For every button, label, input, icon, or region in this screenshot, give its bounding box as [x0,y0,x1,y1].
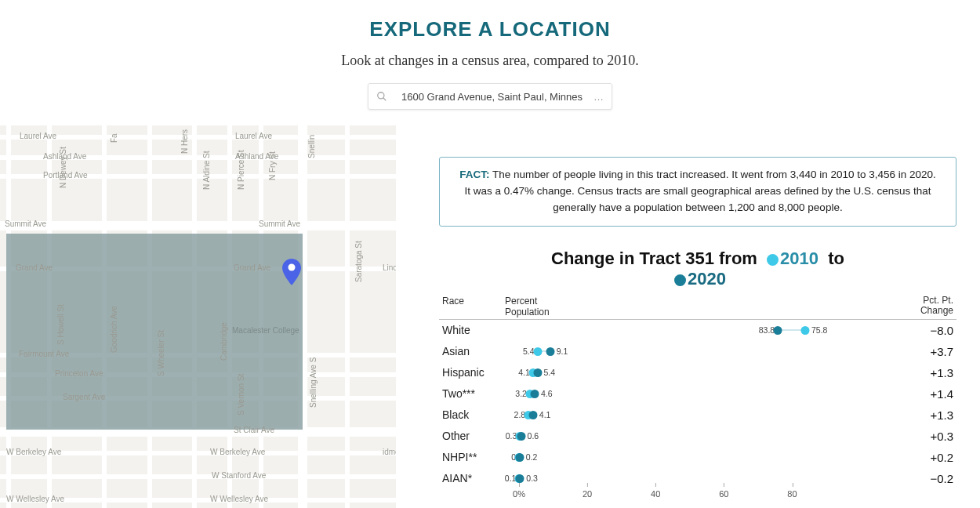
page-subtitle: Look at changes in a census area, compar… [0,53,980,69]
street-label: Fairmount Ave [19,350,69,358]
point-2020 [533,368,542,377]
value-2020: 4.6 [541,389,553,398]
race-label: Asian [439,345,505,357]
race-label: Two*** [439,387,505,400]
street-label: Summit Ave [5,220,46,228]
value-2010: 83.8 [759,325,775,335]
col-header-race: Race [439,296,505,318]
page-title: EXPLORE A LOCATION [0,17,980,42]
race-label: Other [439,430,505,442]
street-label: W Berkeley Ave [210,448,265,456]
chart-row: NHPI** 0 0.2 +0.2 [439,447,956,468]
point-2010 [800,326,809,335]
street-label: S Vernon St [237,374,245,415]
axis-tick: 40 [651,489,660,499]
value-2020: 75.8 [811,325,827,335]
race-label: NHPI** [439,451,505,463]
street-label: Princeton Ave [55,369,103,378]
point-2010 [533,347,542,356]
pct-pt-change: +1.3 [906,408,956,422]
street-label: N Pierce St [237,150,245,190]
col-header-change: Pct. Pt. Change [906,296,956,318]
street-label: Laurel Ave [20,132,56,140]
row-plot: 3.2 4.6 [505,383,834,405]
pct-pt-change: +1.3 [906,366,956,379]
map[interactable]: Laurel Ave Laurel Ave Ashland Ave Ashlan… [0,125,396,508]
chart-row: Two*** 3.2 4.6 +1.4 [439,383,956,405]
axis-tick: 0% [513,489,525,499]
street-label: W Stanford Ave [212,471,266,480]
street-label: N Aldine St [202,151,211,190]
pct-pt-change: +3.7 [906,345,956,358]
street-label: Snelling Ave S [309,357,318,408]
chart-row: Asian 5.4 9.1 +3.7 [439,341,956,362]
point-2020 [774,326,782,335]
street-label: Saratoga St [354,241,363,282]
point-2020 [531,390,539,398]
value-2020: 9.1 [557,347,568,356]
street-label: W Wellesley Ave [210,495,268,503]
race-label: Hispanic [439,366,505,379]
street-label: N Fry St [268,151,277,180]
fact-box: FACT: The number of people living in thi… [439,157,956,227]
row-plot: 2.8 4.1 [505,405,834,426]
race-label: White [439,324,505,336]
col-header-pct: Percent Population [505,296,834,318]
street-label: Grand Ave [234,263,270,272]
svg-point-2 [289,264,296,271]
map-pin-icon[interactable] [282,259,301,285]
street-label: W Wellesley Ave [6,495,64,503]
poi-label: Macalester College [232,326,299,335]
axis-tick: 80 [787,489,797,499]
race-label: AIAN* [439,472,505,484]
row-plot: 0.1 0.3 [505,468,834,489]
value-2020: 4.1 [539,410,551,419]
svg-point-0 [378,93,384,99]
chart-row: AIAN* 0.1 0.3 −0.2 [439,468,956,489]
street-label: idmers [383,448,396,456]
svg-line-1 [383,98,387,101]
pct-pt-change: −8.0 [906,324,956,337]
value-2020: 5.4 [544,368,556,377]
row-plot: 5.4 9.1 [505,341,834,362]
race-change-chart: Race Percent Population Pct. Pt. Change … [439,296,956,508]
fact-label: FACT: [459,169,489,180]
point-2020 [516,474,524,483]
street-label: S Howell St [56,304,65,345]
street-label: Snellin [307,135,316,158]
row-plot: 0 0.2 [505,447,834,468]
street-label: Summit Ave [259,220,300,228]
street-label: Linco [383,263,396,272]
row-plot: 83.8 75.8 [505,320,834,341]
street-label: Fa [110,133,118,143]
point-2020 [546,347,554,356]
legend-dot-2020 [674,274,686,286]
legend-dot-2010 [767,254,779,266]
street-label: N Hers [180,129,189,154]
chart-row: White 83.8 75.8 −8.0 [439,320,956,341]
street-label: W Berkeley Ave [6,448,61,456]
search-icon [376,91,387,102]
row-plot: 0.3 0.6 [505,426,834,447]
street-label: Goodrich Ave [110,306,118,353]
row-plot: 4.1 5.4 [505,362,834,383]
search-ellipsis: … [593,91,604,103]
street-label: N Dewey St [59,147,67,188]
chart-row: Other 0.3 0.6 +0.3 [439,426,956,447]
street-label: Laurel Ave [235,132,272,140]
race-label: Black [439,408,505,421]
point-2020 [517,432,525,441]
axis-tick: 20 [583,489,592,499]
street-label: Cambridge [220,322,228,361]
chart-row: Hispanic 4.1 5.4 +1.3 [439,362,956,383]
fact-text: The number of people living in this trac… [464,169,935,213]
street-label: Grand Ave [16,263,53,272]
value-2020: 0.6 [528,431,539,441]
chart-title: Change in Tract 351 from 2010 to 2020 [439,249,956,289]
search-value: 1600 Grand Avenue, Saint Paul, Minnes [394,91,590,103]
pct-pt-change: +0.2 [906,451,956,464]
pct-pt-change: +0.3 [906,430,956,443]
street-label: S Wheeler St [157,330,165,376]
location-search-input[interactable]: 1600 Grand Avenue, Saint Paul, Minnes … [368,83,612,110]
pct-pt-change: −0.2 [906,472,956,485]
